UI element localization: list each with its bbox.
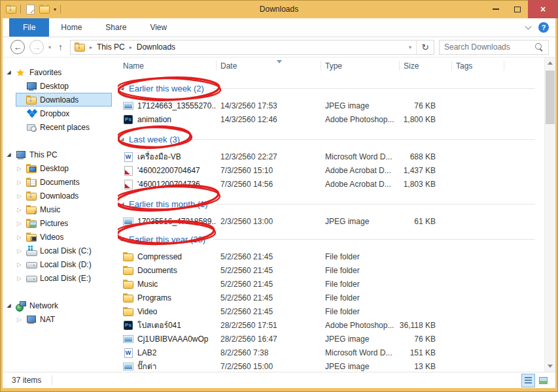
sidebar-item-videos[interactable]: ▷ Videos [16, 230, 112, 244]
column-resize-handle[interactable] [451, 61, 452, 71]
expand-triangle-icon[interactable]: ▷ [16, 234, 23, 240]
expand-triangle-icon[interactable]: ▷ [16, 179, 23, 186]
sidebar-item-downloads[interactable]: Downloads [16, 93, 112, 106]
file-row-46002200704647[interactable]: '46002200704647 7/3/2560 15:10 Adobe Acr… [118, 163, 544, 177]
group-header-earlier-this-year-28[interactable]: ◢ Earlier this year (28) [118, 231, 544, 248]
file-row-17124663-13555270[interactable]: 17124663_13555270... 14/3/2560 17:53 JPE… [118, 99, 544, 112]
breadcrumb-downloads[interactable]: Downloads [137, 42, 175, 52]
file-row-animation[interactable]: animation 14/3/2560 12:46 Adobe Photosho… [118, 112, 544, 126]
expand-triangle-icon[interactable]: ▷ [16, 275, 23, 282]
vertical-scrollbar[interactable] [544, 57, 555, 372]
column-resize-handle[interactable] [504, 61, 504, 71]
ribbon-tabs: File Home Share View ? [3, 18, 555, 37]
sidebar-item-dropbox[interactable]: Dropbox [16, 106, 112, 120]
back-button[interactable]: ← [10, 40, 25, 54]
sidebar-section-favorites[interactable]: ◢ Favorites [5, 65, 112, 79]
column-header-type[interactable]: Type [321, 61, 399, 71]
column-resize-handle[interactable] [216, 61, 217, 71]
sidebar-item-local-disk-d[interactable]: ▷ Local Disk (D:) [16, 257, 112, 271]
collapse-group-icon[interactable]: ◢ [120, 86, 126, 91]
sidebar-item-nat[interactable]: ▷ NAT [16, 312, 112, 326]
tab-share[interactable]: Share [94, 18, 138, 37]
scroll-down-icon[interactable] [545, 361, 555, 372]
help-icon[interactable]: ? [538, 22, 549, 33]
column-header-date[interactable]: Date [216, 61, 321, 71]
group-header-earlier-this-month-1[interactable]: ◢ Earlier this month (1) [118, 195, 544, 212]
chevron-right-icon[interactable]: ▸ [128, 44, 134, 50]
expand-triangle-icon[interactable]: ▷ [16, 248, 23, 254]
refresh-icon[interactable]: ↻ [417, 42, 434, 52]
up-button[interactable]: ↑ [56, 42, 65, 52]
collapse-group-icon[interactable]: ◢ [120, 137, 126, 142]
recent-locations-dropdown-icon[interactable]: ▾ [48, 44, 51, 50]
properties-icon[interactable] [25, 4, 35, 14]
ribbon-collapse-icon[interactable] [525, 24, 532, 30]
expand-triangle-icon[interactable]: ▷ [16, 220, 23, 227]
column-header-name[interactable]: Name [118, 61, 216, 71]
file-row-music[interactable]: Music 5/2/2560 21:45 File folder [118, 277, 544, 291]
file-row-lab2[interactable]: LAB2 8/2/2560 7:38 Microsoft Word D... 1… [118, 346, 544, 359]
maximize-button[interactable] [506, 0, 528, 18]
collapse-group-icon[interactable]: ◢ [120, 201, 126, 206]
column-header-size[interactable]: Size [399, 61, 451, 71]
sidebar-gap [3, 134, 118, 148]
expand-triangle-icon[interactable]: ▷ [16, 206, 23, 213]
file-row-compressed[interactable]: Compressed 5/2/2560 21:45 File folder [118, 250, 544, 263]
expanded-triangle-icon[interactable]: ◢ [5, 302, 12, 308]
expand-triangle-icon[interactable]: ▷ [16, 165, 23, 172]
collapse-group-icon[interactable]: ◢ [120, 237, 126, 242]
sidebar-item-recent-places[interactable]: Recent places [16, 120, 112, 134]
column-header-tags[interactable]: Tags [451, 61, 504, 71]
file-row-46001200704736[interactable]: '46001200704736 7/3/2560 14:56 Adobe Acr… [118, 177, 544, 191]
sidebar-section-this-pc[interactable]: ◢ This PC [5, 148, 112, 161]
item-count: 37 items [12, 376, 41, 385]
sidebar-item-documents[interactable]: ▷ Documents [16, 175, 112, 189]
file-row-programs[interactable]: Programs 5/2/2560 21:45 File folder [118, 291, 544, 304]
sidebar-item-local-disk-e[interactable]: ▷ Local Disk (E:) [16, 271, 112, 285]
expand-triangle-icon[interactable]: ▷ [16, 193, 23, 199]
thumbnails-view-button[interactable] [536, 374, 550, 387]
expanded-triangle-icon[interactable]: ◢ [5, 152, 12, 157]
file-row-video[interactable]: Video 5/2/2560 21:45 File folder [118, 304, 544, 318]
expanded-triangle-icon[interactable]: ◢ [5, 69, 12, 75]
file-row-cj1ubibvaaa0wop[interactable]: Cj1UBIBVAAA0wOp 28/2/2560 16:47 JPEG ima… [118, 332, 544, 346]
search-icon[interactable] [535, 43, 544, 52]
forward-button[interactable]: → [29, 40, 44, 54]
expand-triangle-icon[interactable]: ▷ [16, 316, 23, 323]
breadcrumb-this-pc[interactable]: This PC [97, 42, 125, 52]
address-dropdown-icon[interactable]: ▾ [404, 44, 416, 50]
tab-home[interactable]: Home [49, 18, 94, 37]
minimize-button[interactable] [485, 0, 506, 18]
file-row-vb[interactable]: เครื่องมือ-VB 12/3/2560 22:27 Microsoft … [118, 150, 544, 163]
sidebar-item-pictures[interactable]: ▷ Pictures [16, 216, 112, 230]
scroll-up-icon[interactable] [545, 57, 555, 69]
close-button[interactable]: × [528, 0, 558, 18]
tab-view[interactable]: View [138, 18, 179, 37]
group-header-last-week-3[interactable]: ◢ Last week (3) [118, 131, 544, 148]
column-resize-handle[interactable] [399, 61, 400, 71]
jpeg-icon [123, 216, 133, 227]
sidebar-section-network[interactable]: ◢ Network [5, 299, 112, 312]
file-row-17035516-47318589[interactable]: 17035516_47318589... 2/3/2560 13:00 JPEG… [118, 214, 544, 228]
scrollbar-thumb[interactable] [546, 71, 555, 124]
tab-file[interactable]: File [9, 18, 49, 37]
details-view-button[interactable] [521, 374, 535, 387]
folder-icon [123, 252, 133, 262]
file-row-item[interactable]: ปั๊กด่า 7/2/2560 15:00 JPEG image 13 KB [118, 359, 544, 372]
sidebar-item-local-disk-c[interactable]: ▷ Local Disk (C:) [16, 244, 112, 257]
column-resize-handle[interactable] [321, 61, 321, 71]
search-box[interactable] [439, 40, 549, 55]
sidebar-item-desktop[interactable]: ▷ Desktop [16, 161, 112, 175]
sidebar-item-music[interactable]: ▷ Music [16, 203, 112, 216]
new-folder-icon[interactable] [39, 4, 50, 14]
sidebar-item-desktop[interactable]: Desktop [16, 79, 112, 93]
chevron-right-icon[interactable]: ▸ [88, 44, 94, 50]
sidebar-item-downloads[interactable]: ▷ Downloads [16, 189, 112, 203]
file-row-documents[interactable]: Documents 5/2/2560 21:45 File folder [118, 263, 544, 277]
file-row-041[interactable]: โปสเตอร์041 28/2/2560 17:51 Adobe Photos… [118, 318, 544, 332]
expand-triangle-icon[interactable]: ▷ [16, 261, 23, 268]
breadcrumb[interactable]: ▸ This PC ▸ Downloads ▾ ↻ [70, 40, 434, 55]
search-input[interactable] [444, 42, 531, 52]
group-header-earlier-this-week-2[interactable]: ◢ Earlier this week (2) [118, 80, 544, 97]
qat-customize-dropdown-icon[interactable]: ▾ [54, 7, 56, 12]
